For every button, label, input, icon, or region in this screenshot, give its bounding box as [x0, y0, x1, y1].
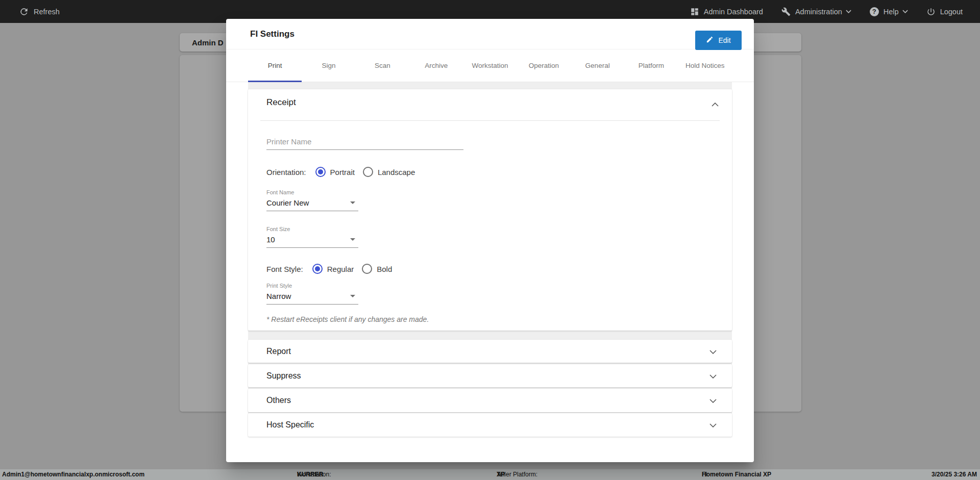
- font-style-regular-radio[interactable]: Regular: [312, 264, 354, 274]
- statusbar-datetime: 3/20/25 3:26 AM: [932, 469, 977, 480]
- help-icon: [870, 7, 879, 16]
- help-menu[interactable]: Help: [870, 7, 908, 16]
- administration-menu[interactable]: Administration: [781, 7, 851, 16]
- admin-dashboard-nav[interactable]: Admin Dashboard: [690, 7, 763, 16]
- tab-workstation[interactable]: Workstation: [463, 49, 517, 82]
- receipt-section: Receipt Orientation: Portrait Landscape: [248, 89, 732, 331]
- radio-unselected-icon: [363, 167, 373, 177]
- suppress-section-header[interactable]: Suppress: [248, 364, 732, 387]
- others-section-title: Others: [266, 396, 291, 405]
- radio-label: Portrait: [330, 168, 355, 176]
- radio-selected-icon: [312, 264, 323, 274]
- screen: Refresh Admin Dashboard Administration: [0, 0, 980, 480]
- divider: [260, 120, 720, 121]
- statusbar-teller-platform: Teller Platform: XP: [497, 469, 505, 480]
- radio-label: Bold: [377, 265, 392, 273]
- chevron-down-icon: [902, 10, 908, 13]
- administration-label: Administration: [795, 8, 842, 16]
- chevron-down-icon: [709, 347, 717, 356]
- chevron-down-icon: [846, 10, 851, 13]
- tab-archive[interactable]: Archive: [409, 49, 463, 82]
- chevron-down-icon: [709, 420, 717, 430]
- dialog-title: FI Settings: [250, 29, 295, 39]
- dropdown-arrow-icon: [350, 238, 355, 241]
- receipt-section-title: Receipt: [266, 97, 296, 108]
- orientation-landscape-radio[interactable]: Landscape: [363, 167, 415, 177]
- orientation-label: Orientation:: [266, 168, 306, 176]
- dropdown-arrow-icon: [350, 295, 355, 297]
- font-style-bold-radio[interactable]: Bold: [362, 264, 392, 274]
- font-style-label: Font Style:: [266, 265, 303, 273]
- report-section-title: Report: [266, 347, 291, 356]
- refresh-button[interactable]: Refresh: [19, 7, 60, 17]
- tab-print[interactable]: Print: [248, 49, 302, 82]
- font-style-radio-group: Font Style: Regular Bold: [266, 258, 392, 280]
- font-name-label: Font Name: [266, 189, 358, 195]
- suppress-section-title: Suppress: [266, 371, 301, 381]
- radio-unselected-icon: [362, 264, 372, 274]
- statusbar: Admin1@hometownfinancialxp.onmicrosoft.c…: [0, 469, 980, 480]
- restart-note: * Restart eReceipts client if any change…: [266, 315, 429, 323]
- others-section-header[interactable]: Others: [248, 389, 732, 412]
- font-name-select[interactable]: Font Name Courier New: [266, 189, 358, 211]
- wrench-icon: [781, 7, 791, 16]
- font-size-value: 10: [266, 234, 358, 248]
- statusbar-user: Admin1@hometownfinancialxp.onmicrosoft.c…: [2, 469, 144, 480]
- dialog-header: FI Settings Edit: [226, 19, 754, 49]
- dropdown-arrow-icon: [350, 201, 355, 204]
- report-section-header[interactable]: Report: [248, 340, 732, 363]
- tab-operation[interactable]: Operation: [517, 49, 571, 82]
- edit-button[interactable]: Edit: [695, 31, 742, 50]
- logout-button[interactable]: Logout: [926, 7, 963, 16]
- print-style-value: Narrow: [266, 290, 358, 305]
- tab-hold-notices[interactable]: Hold Notices: [678, 49, 732, 82]
- statusbar-workstation: Workstation: KURRER: [297, 469, 323, 480]
- tab-content: Receipt Orientation: Portrait Landscape: [248, 82, 732, 437]
- tab-sign[interactable]: Sign: [302, 49, 355, 82]
- edit-button-label: Edit: [718, 36, 730, 44]
- chevron-up-icon[interactable]: [712, 99, 719, 109]
- topbar-right: Admin Dashboard Administration Help: [690, 7, 963, 16]
- radio-label: Landscape: [378, 168, 415, 176]
- host-specific-section-header[interactable]: Host Specific: [248, 413, 732, 437]
- tabbar: Print Sign Scan Archive Workstation Oper…: [226, 49, 754, 82]
- host-specific-section-title: Host Specific: [266, 420, 314, 430]
- statusbar-fi: FI: Hometown Financial XP: [702, 469, 771, 480]
- refresh-icon: [19, 7, 29, 17]
- printer-name-input[interactable]: [266, 134, 463, 150]
- tab-scan[interactable]: Scan: [356, 49, 409, 82]
- help-label: Help: [884, 8, 899, 16]
- background-panel-title: Admin D: [192, 38, 224, 47]
- orientation-radio-group: Orientation: Portrait Landscape: [266, 161, 415, 183]
- print-style-select[interactable]: Print Style Narrow: [266, 283, 358, 305]
- power-icon: [926, 7, 936, 16]
- chevron-down-icon: [709, 396, 717, 405]
- admin-dashboard-label: Admin Dashboard: [704, 8, 763, 16]
- pencil-icon: [706, 36, 714, 45]
- font-name-value: Courier New: [266, 197, 358, 211]
- tab-platform[interactable]: Platform: [624, 49, 678, 82]
- font-size-label: Font Size: [266, 226, 358, 232]
- dashboard-icon: [690, 7, 699, 16]
- radio-label: Regular: [327, 265, 354, 273]
- chevron-down-icon: [709, 371, 717, 381]
- logout-label: Logout: [940, 8, 963, 16]
- radio-selected-icon: [315, 167, 326, 177]
- fi-settings-dialog: FI Settings Edit Print Sign Scan Archive…: [226, 19, 754, 462]
- refresh-label: Refresh: [34, 8, 60, 16]
- print-style-label: Print Style: [266, 283, 358, 289]
- tab-general[interactable]: General: [571, 49, 624, 82]
- orientation-portrait-radio[interactable]: Portrait: [315, 167, 355, 177]
- font-size-select[interactable]: Font Size 10: [266, 226, 358, 248]
